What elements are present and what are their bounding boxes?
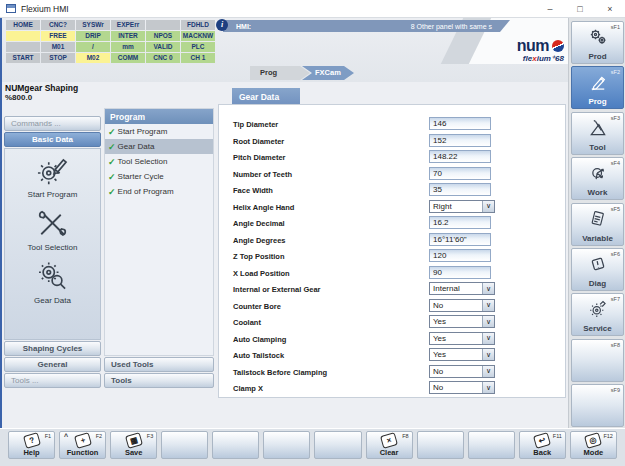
clamp-x-select[interactable]: No∨ — [429, 381, 495, 394]
status-cell-free: FREE — [41, 31, 75, 41]
fkey-function[interactable]: F2^+Function — [59, 431, 106, 459]
counter-bore-select[interactable]: No∨ — [429, 299, 495, 312]
helix-angle-hand-select[interactable]: Right∨ — [429, 200, 495, 213]
gear-wrench-icon — [588, 299, 608, 323]
program-item-gear-data[interactable]: ✓Gear Data — [105, 139, 213, 154]
commands-button[interactable]: Commands ... — [4, 116, 101, 131]
auto-tailstock-select[interactable]: Yes∨ — [429, 348, 495, 361]
face-width-input[interactable] — [429, 183, 491, 196]
softkey-diag[interactable]: sF6Diag — [571, 248, 624, 291]
fkey-empty-4[interactable] — [161, 431, 208, 459]
select-value: Internal — [430, 283, 482, 294]
status-cell-: / — [76, 42, 110, 52]
field-label: Z Top Position — [233, 252, 285, 261]
save-icon: ▦ — [125, 432, 143, 449]
hmi-banner-message: 8 Other panel with same s — [411, 23, 492, 30]
chevron-down-icon[interactable]: ∨ — [482, 283, 494, 294]
maximize-icon[interactable]: □ — [565, 0, 595, 17]
field-label: Counter Bore — [233, 302, 281, 311]
sidebar-item-general[interactable]: General — [4, 357, 101, 372]
shortcut-start-program[interactable]: Start Program — [28, 155, 78, 199]
fkey-mode[interactable]: F12◎Mode — [570, 431, 617, 459]
softkey-label: Work — [572, 188, 623, 197]
pitch-diameter-input[interactable] — [429, 150, 491, 163]
sidebar-item-shaping-cycles[interactable]: Shaping Cycles — [4, 341, 101, 356]
softkey-prog[interactable]: sF2Prog — [571, 66, 624, 109]
field-label: Helix Angle Hand — [233, 203, 294, 212]
number-of-teeth-input[interactable] — [429, 167, 491, 180]
chevron-down-icon[interactable]: ∨ — [482, 201, 494, 212]
softkey-variable[interactable]: sF5Variable — [571, 203, 624, 246]
softkey-sf9[interactable]: sF9 — [571, 384, 624, 427]
gear-pencil-icon — [36, 155, 69, 189]
breadcrumb-prog[interactable]: Prog — [250, 66, 310, 80]
shortcut-tool-selection[interactable]: Tool Selection — [28, 208, 78, 252]
fkey-empty-10[interactable] — [468, 431, 515, 459]
softkey-service[interactable]: sF7Service — [571, 293, 624, 336]
fkey-empty-5[interactable] — [212, 431, 259, 459]
softkey-work[interactable]: sF4Work — [571, 157, 624, 200]
chevron-down-icon[interactable]: ∨ — [482, 382, 494, 393]
basic-data-button[interactable]: Basic Data — [4, 132, 101, 147]
fkey-clear[interactable]: F8×Clear — [366, 431, 413, 459]
softkey-fnum: sF6 — [611, 251, 620, 257]
softkey-tool[interactable]: sF3Tool — [571, 112, 624, 155]
form-row-counter-bore: Counter BoreNo∨ — [219, 299, 565, 312]
chevron-down-icon[interactable]: ∨ — [482, 333, 494, 344]
softkey-fnum: sF8 — [611, 342, 620, 348]
root-diameter-input[interactable] — [429, 134, 491, 147]
auto-clamping-select[interactable]: Yes∨ — [429, 332, 495, 345]
x-load-position-input[interactable] — [429, 266, 491, 279]
status-cell-drip: DRIP — [76, 31, 110, 41]
fkey-label: Clear — [367, 448, 412, 457]
status-cell-mm: mm — [111, 42, 145, 52]
sidebar-item-tools[interactable]: Tools ... — [4, 373, 101, 388]
left-sidebar: Commands ... Basic Data Start ProgramToo… — [4, 116, 101, 390]
z-top-position-input[interactable] — [429, 249, 491, 262]
chevron-down-icon[interactable]: ∨ — [482, 300, 494, 311]
fkey-save[interactable]: F3▦Save — [110, 431, 157, 459]
chevron-down-icon[interactable]: ∨ — [482, 349, 494, 360]
form-row-x-load-position: X Load Position — [219, 266, 565, 279]
gear-magnifier-icon — [36, 261, 69, 295]
select-value: No — [430, 382, 482, 393]
field-label: Clamp X — [233, 384, 263, 393]
internal-or-external-gear-select[interactable]: Internal∨ — [429, 282, 495, 295]
softkey-label: Tool — [572, 143, 623, 152]
chevron-down-icon[interactable]: ∨ — [482, 316, 494, 327]
status-cell-valid: VALID — [146, 42, 180, 52]
close-icon[interactable]: × — [595, 0, 625, 17]
fkey-empty-7[interactable] — [314, 431, 361, 459]
fkey-empty-6[interactable] — [263, 431, 310, 459]
program-item-starter-cycle[interactable]: ✓Starter Cycle — [105, 169, 213, 184]
angle-decimal-input[interactable] — [429, 216, 491, 229]
select-value: Right — [430, 201, 482, 212]
fkey-back[interactable]: F11↩Back — [519, 431, 566, 459]
program-item-end-of-program[interactable]: ✓End of Program — [105, 184, 213, 199]
softkey-sf8[interactable]: sF8 — [571, 339, 624, 382]
minimize-icon[interactable]: – — [535, 0, 565, 17]
shortcut-gear-data[interactable]: Gear Data — [34, 261, 71, 305]
tailstock-before-clamping-select[interactable]: No∨ — [429, 365, 495, 378]
tab-gear-data[interactable]: Gear Data — [232, 88, 300, 105]
fkey-empty-9[interactable] — [417, 431, 464, 459]
angle-degrees-input[interactable] — [429, 233, 491, 246]
field-label: Pitch Diameter — [233, 153, 286, 162]
field-label: Root Diameter — [233, 137, 284, 146]
program-name: NUMgear Shaping — [5, 83, 78, 93]
shortcut-panel: Start ProgramTool SelectionGear Data — [4, 148, 101, 340]
program-item-tool-selection[interactable]: ✓Tool Selection — [105, 154, 213, 169]
tip-diameter-input[interactable] — [429, 117, 491, 130]
coolant-select[interactable]: Yes∨ — [429, 315, 495, 328]
field-label: Tip Diameter — [233, 120, 278, 129]
fkey-fnum: F1 — [45, 433, 51, 439]
form-row-tailstock-before-clamping: Tailstock Before ClampingNo∨ — [219, 365, 565, 378]
softkey-prod[interactable]: sF1Prod — [571, 21, 624, 64]
fkey-help[interactable]: F1?Help — [8, 431, 55, 459]
fkey-fnum: F11 — [553, 433, 562, 439]
chevron-down-icon[interactable]: ∨ — [482, 366, 494, 377]
sidebar-item-used-tools[interactable]: Used Tools — [104, 357, 214, 372]
program-item-start-program[interactable]: ✓Start Program — [105, 124, 213, 139]
status-cell-plc: PLC — [181, 42, 215, 52]
sidebar-item-tools[interactable]: Tools — [104, 373, 214, 388]
